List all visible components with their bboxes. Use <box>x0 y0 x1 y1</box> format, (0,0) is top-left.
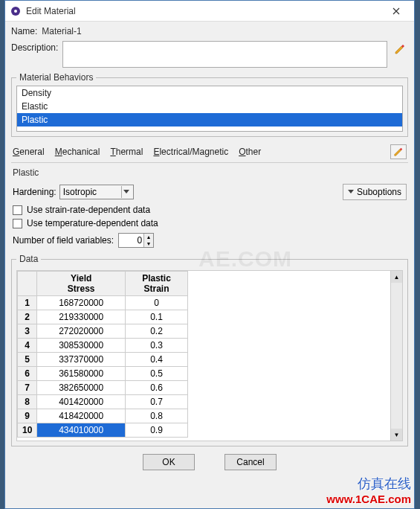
table-row[interactable]: 73826500000.6 <box>18 381 188 395</box>
data-table-wrap: YieldStress PlasticStrain 11687200000221… <box>16 270 403 441</box>
description-label: Description: <box>11 42 58 53</box>
temperature-checkbox[interactable] <box>13 219 22 228</box>
row-number[interactable]: 9 <box>18 409 37 423</box>
table-cell[interactable]: 361580000 <box>37 367 126 381</box>
row-number[interactable]: 5 <box>18 353 37 367</box>
hardening-label: Hardening: <box>13 187 56 197</box>
hardening-value: Isotropic <box>63 187 121 197</box>
field-vars-value: 0 <box>119 235 143 246</box>
table-row[interactable]: 11687200000 <box>18 296 188 310</box>
row-number[interactable]: 8 <box>18 395 37 409</box>
name-value[interactable]: Material-1 <box>42 26 81 36</box>
table-cell[interactable]: 0.9 <box>126 423 188 438</box>
data-table[interactable]: YieldStress PlasticStrain 11687200000221… <box>17 271 188 438</box>
suboptions-button[interactable]: Suboptions <box>343 184 407 200</box>
table-row[interactable]: 22193300000.1 <box>18 310 188 324</box>
behavior-item-plastic[interactable]: Plastic <box>17 113 402 127</box>
table-row[interactable]: 32720200000.2 <box>18 324 188 339</box>
col-yield-stress[interactable]: YieldStress <box>37 272 126 296</box>
temperature-label: Use temperature-dependent data <box>27 218 158 228</box>
table-cell[interactable]: 308530000 <box>37 339 126 353</box>
table-row[interactable]: 104340100000.9 <box>18 423 188 438</box>
titlebar: Edit Material <box>5 1 414 22</box>
behavior-item-elastic[interactable]: Elastic <box>17 100 402 113</box>
row-number[interactable]: 4 <box>18 339 37 353</box>
table-cell[interactable]: 382650000 <box>37 381 126 395</box>
edit-material-dialog: Edit Material Name: Material-1 Descripti… <box>4 0 415 509</box>
strain-rate-checkbox[interactable] <box>13 205 22 215</box>
table-cell[interactable]: 401420000 <box>37 395 126 409</box>
table-cell[interactable]: 0.6 <box>126 381 188 395</box>
table-row[interactable]: 63615800000.5 <box>18 367 188 381</box>
table-cell[interactable]: 0 <box>126 296 188 310</box>
strain-rate-label: Use strain-rate-dependent data <box>27 205 150 215</box>
table-cell[interactable]: 219330000 <box>37 310 126 324</box>
data-group: Data YieldStress PlasticStrain 116872000… <box>11 254 408 446</box>
scroll-up-icon[interactable]: ▲ <box>391 271 402 283</box>
table-row[interactable]: 43085300000.3 <box>18 339 188 353</box>
material-behaviors-list[interactable]: Density Elastic Plastic <box>16 86 403 132</box>
table-cell[interactable]: 0.7 <box>126 395 188 409</box>
material-behaviors-group: Material Behaviors Density Elastic Plast… <box>11 72 408 137</box>
table-cell[interactable]: 434010000 <box>37 423 126 438</box>
table-row[interactable]: 53373700000.4 <box>18 353 188 367</box>
window-title: Edit Material <box>26 6 381 16</box>
ok-button[interactable]: OK <box>143 454 195 470</box>
menu-other[interactable]: Other <box>239 147 261 157</box>
field-vars-label: Number of field variables: <box>13 235 114 246</box>
close-button[interactable] <box>381 2 411 20</box>
description-input[interactable] <box>62 41 387 68</box>
row-number[interactable]: 6 <box>18 367 37 381</box>
hardening-combo[interactable]: Isotropic <box>59 185 134 199</box>
chevron-down-icon <box>121 186 132 198</box>
menu-general[interactable]: General <box>13 147 45 157</box>
edit-behavior-button[interactable] <box>390 144 407 159</box>
col-plastic-strain[interactable]: PlasticStrain <box>126 272 188 296</box>
field-vars-spinner[interactable]: 0 ▲ ▼ <box>118 233 154 248</box>
cancel-button[interactable]: Cancel <box>224 454 277 470</box>
behavior-menubar: General Mechanical Thermal Electrical/Ma… <box>11 141 408 163</box>
plastic-section-label: Plastic <box>13 167 408 178</box>
spinner-up-icon[interactable]: ▲ <box>144 234 153 240</box>
name-label: Name: <box>11 26 37 36</box>
table-cell[interactable]: 168720000 <box>37 296 126 310</box>
row-number[interactable]: 10 <box>18 423 37 438</box>
edit-description-button[interactable] <box>392 41 408 57</box>
table-cell[interactable]: 337370000 <box>37 353 126 367</box>
material-behaviors-legend: Material Behaviors <box>16 72 96 83</box>
behavior-item-density[interactable]: Density <box>17 86 402 100</box>
spinner-down-icon[interactable]: ▼ <box>144 240 153 247</box>
menu-thermal[interactable]: Thermal <box>110 147 143 157</box>
table-cell[interactable]: 0.3 <box>126 339 188 353</box>
table-cell[interactable]: 0.1 <box>126 310 188 324</box>
table-cell[interactable]: 0.4 <box>126 353 188 367</box>
data-legend: Data <box>16 254 41 264</box>
row-number[interactable]: 1 <box>18 296 37 310</box>
table-cell[interactable]: 0.2 <box>126 324 188 339</box>
watermark-footer: 仿真在线 www.1CAE.com <box>326 475 411 505</box>
row-number[interactable]: 3 <box>18 324 37 339</box>
table-cell[interactable]: 418420000 <box>37 409 126 423</box>
table-scrollbar[interactable]: ▲ ▼ <box>390 271 402 441</box>
table-cell[interactable]: 272020000 <box>37 324 126 339</box>
table-row[interactable]: 84014200000.7 <box>18 395 188 409</box>
scroll-down-icon[interactable]: ▼ <box>391 429 402 441</box>
menu-electrical[interactable]: Electrical/Magnetic <box>153 147 228 157</box>
table-cell[interactable]: 0.8 <box>126 409 188 423</box>
svg-point-1 <box>14 10 17 13</box>
table-cell[interactable]: 0.5 <box>126 367 188 381</box>
row-number[interactable]: 2 <box>18 310 37 324</box>
app-icon <box>10 5 22 17</box>
menu-mechanical[interactable]: Mechanical <box>55 147 100 157</box>
dialog-body: Name: Material-1 Description: Material B… <box>5 22 414 476</box>
table-row[interactable]: 94184200000.8 <box>18 409 188 423</box>
row-number[interactable]: 7 <box>18 381 37 395</box>
